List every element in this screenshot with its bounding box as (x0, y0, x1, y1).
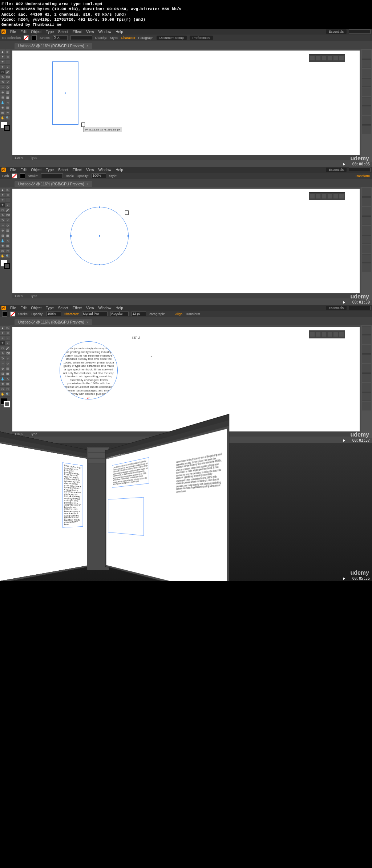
tool-line[interactable]: / (5, 341, 10, 346)
fill-swatch[interactable] (24, 35, 29, 40)
tool-width[interactable]: ↔ (0, 361, 5, 366)
fill-stroke-indicator[interactable] (1, 398, 10, 407)
tool-magic-wand[interactable]: ✦ (0, 54, 5, 59)
dock-layers-icon[interactable] (362, 125, 371, 134)
panel-btn-3[interactable] (322, 332, 327, 337)
character-link[interactable]: Character (121, 36, 136, 40)
rectangle-shape[interactable] (52, 61, 78, 125)
tool-width[interactable]: ↔ (0, 85, 5, 90)
panel-btn-1[interactable] (310, 194, 315, 199)
stroke-swatch[interactable] (32, 35, 37, 40)
tool-rotate[interactable]: ↻ (0, 80, 5, 85)
tool-artboard[interactable]: ▭ (0, 110, 5, 115)
tool-selection[interactable]: ▲ (0, 325, 5, 330)
font-size-input[interactable]: 12 pt (132, 312, 146, 316)
menu-type[interactable]: Type (46, 168, 54, 172)
search-input[interactable] (349, 29, 371, 34)
dock-transparency-icon[interactable] (362, 107, 371, 115)
tool-pencil[interactable]: ✎ (0, 75, 5, 80)
brush-def-dropdown[interactable] (41, 173, 63, 178)
dock-gradient-icon[interactable] (362, 235, 371, 244)
tool-symbol[interactable]: ❋ (0, 105, 5, 110)
stroke-swatch[interactable] (20, 173, 25, 178)
menu-edit[interactable]: Edit (20, 168, 27, 172)
tool-direct-select[interactable]: ▷ (5, 49, 10, 54)
tool-blend[interactable]: ∿ (5, 238, 10, 243)
tool-blend[interactable]: ∿ (5, 100, 10, 105)
dock-stroke-icon[interactable] (362, 364, 371, 373)
tool-scale[interactable]: ⤢ (5, 80, 10, 85)
panel-btn-3[interactable] (322, 194, 327, 199)
tool-curvature[interactable]: ~ (5, 197, 10, 202)
canvas[interactable] (12, 189, 360, 293)
dock-color-icon[interactable] (362, 188, 371, 197)
tool-rectangle[interactable]: □ (0, 69, 5, 75)
fill-stroke-indicator[interactable] (1, 122, 10, 131)
tool-zoom[interactable]: 🔍 (5, 391, 10, 397)
menu-window[interactable]: Window (98, 306, 112, 310)
search-input[interactable] (349, 168, 371, 172)
dock-swatches-icon[interactable] (362, 197, 371, 206)
tool-free-transform[interactable]: ◇ (5, 85, 10, 90)
tool-eyedropper[interactable]: 💧 (0, 238, 5, 243)
dock-stroke-icon[interactable] (362, 226, 371, 234)
panel-btn-4[interactable] (327, 194, 332, 199)
dock-swatches-icon[interactable] (362, 335, 371, 344)
tool-eraser[interactable]: ⌫ (5, 351, 10, 356)
tool-type[interactable]: T (0, 64, 5, 69)
tool-width[interactable]: ↔ (0, 223, 5, 228)
menu-window[interactable]: Window (98, 30, 112, 34)
handle-right-icon[interactable] (128, 235, 129, 237)
tool-artboard[interactable]: ▭ (0, 248, 5, 253)
close-icon[interactable]: × (86, 320, 89, 324)
panel-btn-4[interactable] (327, 332, 332, 337)
tool-magic-wand[interactable]: ✦ (0, 330, 5, 335)
tool-selection[interactable]: ▲ (0, 49, 5, 54)
menu-help[interactable]: Help (116, 168, 123, 172)
close-icon[interactable]: × (86, 44, 89, 48)
stroke-profile-dropdown[interactable] (70, 35, 92, 40)
menu-object[interactable]: Object (31, 168, 41, 172)
document-setup-button[interactable]: Document Setup (157, 36, 187, 40)
tool-magic-wand[interactable]: ✦ (0, 192, 5, 197)
document-tab[interactable]: Untitled-6* @ 116% (RGB/GPU Preview) × (15, 319, 92, 325)
type-panel[interactable] (309, 54, 345, 62)
tool-gradient[interactable]: ▦ (5, 233, 10, 238)
handle-top-icon[interactable] (99, 206, 100, 208)
rahul-text[interactable]: rahul (132, 335, 140, 339)
dock-appearance-icon[interactable] (362, 392, 371, 401)
dock-swatches-icon[interactable] (362, 59, 371, 68)
tool-rectangle[interactable]: □ (0, 346, 5, 351)
opacity-input[interactable]: 100% (92, 173, 106, 178)
tool-slice[interactable]: ✂ (5, 386, 10, 391)
tool-direct-select[interactable]: ▷ (5, 325, 10, 330)
dock-color-icon[interactable] (362, 50, 371, 59)
preferences-button[interactable]: Preferences (190, 36, 213, 40)
tool-mesh[interactable]: ⊞ (0, 233, 5, 238)
align-link[interactable]: Align (175, 312, 182, 316)
tool-hand[interactable]: ✋ (0, 253, 5, 258)
tool-eyedropper[interactable]: 💧 (0, 376, 5, 381)
transform-link[interactable]: Transform (355, 174, 370, 178)
menu-file[interactable]: File (10, 306, 16, 310)
menu-object[interactable]: Object (31, 306, 41, 310)
tool-artboard[interactable]: ▭ (0, 386, 5, 391)
type-panel[interactable] (309, 192, 345, 200)
tool-symbol[interactable]: ❋ (0, 381, 5, 386)
tool-slice[interactable]: ✂ (5, 248, 10, 253)
lorem-text[interactable]: Lorem Ipsum is simply dummy text of the … (63, 347, 114, 395)
menu-effect[interactable]: Effect (73, 30, 82, 34)
menu-effect[interactable]: Effect (73, 168, 82, 172)
panel-btn-4[interactable] (327, 56, 332, 61)
menu-effect[interactable]: Effect (73, 306, 82, 310)
dock-gradient-icon[interactable] (362, 373, 371, 382)
menu-view[interactable]: View (86, 30, 94, 34)
tool-blend[interactable]: ∿ (5, 376, 10, 381)
area-type-ellipse[interactable]: Lorem Ipsum is simply dummy text of the … (60, 341, 118, 399)
menu-window[interactable]: Window (98, 168, 112, 172)
dock-brushes-icon[interactable] (362, 207, 371, 216)
tool-pen[interactable]: ✒ (0, 59, 5, 64)
tool-line[interactable]: / (5, 202, 10, 208)
tool-eraser[interactable]: ⌫ (5, 75, 10, 80)
panel-btn-2[interactable] (316, 56, 321, 61)
